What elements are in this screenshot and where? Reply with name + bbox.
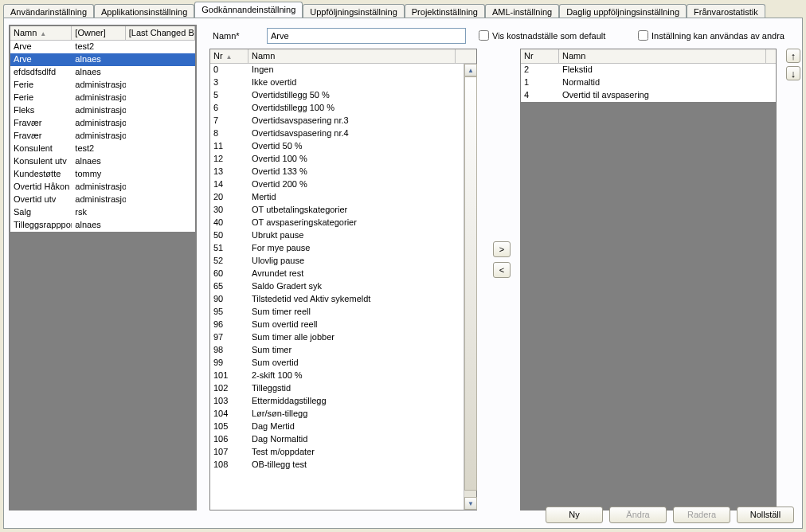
- table-row[interactable]: Salgrsk: [10, 206, 195, 219]
- cell: Sum timer alle jobber: [248, 331, 456, 344]
- table-row[interactable]: Konsulenttest2: [10, 143, 195, 155]
- radera-button[interactable]: Radera: [673, 507, 730, 523]
- tab-godk-nnandeinst-llning[interactable]: Godkännandeinställning: [194, 2, 303, 18]
- scroll-up-icon[interactable]: ▲: [464, 64, 477, 76]
- table-row[interactable]: 104Lør/søn-tillegg: [210, 408, 476, 421]
- table-row[interactable]: 103Ettermiddagstillegg: [210, 395, 476, 408]
- scroll-thumb[interactable]: [464, 76, 477, 491]
- column-header[interactable]: [Owner]: [72, 26, 125, 41]
- table-row[interactable]: 3Ikke overtid: [210, 76, 476, 89]
- tab-daglig-uppf-ljningsinst-llning[interactable]: Daglig uppföljningsinställning: [559, 4, 687, 18]
- column-header[interactable]: Nr: [521, 49, 559, 64]
- tab-fr-nvarostatistik[interactable]: Frånvarostatistik: [687, 4, 765, 18]
- tab-uppf-ljningsinst-llning[interactable]: Uppföljningsinställning: [303, 4, 404, 18]
- cell: Overtid utv: [10, 194, 72, 206]
- cell: efdsdfsdlfd: [10, 66, 72, 79]
- table-row[interactable]: 60Avrundet rest: [210, 268, 476, 280]
- cell: administrasjon: [72, 104, 125, 117]
- table-row[interactable]: Arvealnaes: [10, 53, 195, 66]
- move-up-button[interactable]: ↑: [786, 49, 800, 63]
- table-row[interactable]: 7Overtidsavspasering nr.3: [210, 115, 476, 127]
- table-row[interactable]: Arvetest2: [10, 41, 195, 53]
- cell: 105: [210, 421, 248, 433]
- cell: Sum overtid reell: [248, 319, 456, 331]
- andra-button[interactable]: Ändra: [609, 507, 667, 523]
- table-row[interactable]: Ferieadministrasjon: [10, 79, 195, 92]
- table-row[interactable]: 11Overtid 50 %: [210, 140, 476, 153]
- table-row[interactable]: 13Overtid 133 %: [210, 166, 476, 178]
- scroll-down-icon[interactable]: ▼: [464, 497, 477, 510]
- table-row[interactable]: 40OT avspaseringskategorier: [210, 217, 476, 229]
- table-row[interactable]: 97Sum timer alle jobber: [210, 331, 476, 344]
- table-row[interactable]: 105Dag Mertid: [210, 421, 476, 433]
- column-header[interactable]: Namn: [248, 49, 456, 64]
- table-row[interactable]: Fraværadministrasjon: [10, 117, 195, 130]
- table-row[interactable]: 98Sum timer: [210, 344, 476, 357]
- table-row[interactable]: efdsdfsdlfdalnaes: [10, 66, 195, 79]
- table-row[interactable]: 6Overtidstillegg 100 %: [210, 102, 476, 115]
- table-row[interactable]: 30OT utbetalingskategorier: [210, 204, 476, 217]
- available-list[interactable]: Nr▲Namn0Ingen3Ikke overtid5Overtidstille…: [209, 49, 477, 510]
- table-row[interactable]: 4Overtid til avspasering: [521, 89, 776, 102]
- grid-header[interactable]: NrNamn: [521, 49, 776, 64]
- table-row[interactable]: 107Test m/oppdater: [210, 446, 476, 459]
- column-header[interactable]: Nr▲: [210, 49, 248, 64]
- table-row[interactable]: Fleksadministrasjon: [10, 104, 195, 117]
- table-row[interactable]: Overtid utvadministrasjon: [10, 194, 195, 206]
- table-row[interactable]: 52Ulovlig pause: [210, 255, 476, 268]
- table-row[interactable]: 14Overtid 200 %: [210, 178, 476, 191]
- grid-header[interactable]: Nr▲Namn: [210, 49, 476, 64]
- table-row[interactable]: 90Tilstedetid ved Aktiv sykemeldt: [210, 293, 476, 306]
- column-header[interactable]: [Last Changed B: [126, 26, 195, 41]
- table-row[interactable]: 12Overtid 100 %: [210, 153, 476, 166]
- table-row[interactable]: 2Flekstid: [521, 64, 776, 76]
- table-row[interactable]: 0Ingen: [210, 64, 476, 76]
- checkbox-anvandas-andra[interactable]: Inställning kan användas av andra: [638, 30, 784, 41]
- nollstall-button[interactable]: Nollställ: [737, 507, 794, 523]
- table-row[interactable]: Fraværadministrasjon: [10, 130, 195, 143]
- table-row[interactable]: 51For mye pause: [210, 242, 476, 255]
- table-row[interactable]: 50Ubrukt pause: [210, 229, 476, 242]
- checkbox-anvandas-andra-box[interactable]: [638, 30, 648, 41]
- cell: 40: [210, 217, 248, 229]
- namn-input[interactable]: [267, 28, 466, 44]
- move-down-button[interactable]: ↓: [786, 66, 800, 80]
- cell: Konsulent utv: [10, 155, 72, 168]
- selected-list[interactable]: NrNamn2Flekstid1Normaltid4Overtid til av…: [521, 49, 776, 102]
- table-row[interactable]: 99Sum overtid: [210, 357, 476, 370]
- left-grid[interactable]: Namn▲[Owner][Last Changed BArvetest2Arve…: [10, 25, 196, 233]
- table-row[interactable]: 102Tilleggstid: [210, 382, 476, 395]
- tab-anv-ndarinst-llning[interactable]: Användarinställning: [3, 4, 94, 18]
- cell: Mertid: [248, 191, 456, 204]
- table-row[interactable]: 108OB-tillegg test: [210, 459, 476, 471]
- cell: Flekstid: [559, 64, 766, 76]
- tab-aml-inst-llning[interactable]: AML-inställning: [485, 4, 559, 18]
- table-row[interactable]: 106Dag Normaltid: [210, 433, 476, 446]
- ny-button[interactable]: Ny: [546, 507, 603, 523]
- table-row[interactable]: Konsulent utvalnaes: [10, 155, 195, 168]
- column-header[interactable]: Namn: [559, 49, 766, 64]
- checkbox-vis-kostnadstalle[interactable]: Vis kostnadställe som default: [479, 30, 605, 41]
- move-left-button[interactable]: <: [493, 262, 511, 278]
- table-row[interactable]: 5Overtidstillegg 50 %: [210, 89, 476, 102]
- tab-projektinst-llning[interactable]: Projektinställning: [405, 4, 485, 18]
- table-row[interactable]: 1Normaltid: [521, 76, 776, 89]
- checkbox-vis-kostnadstalle-box[interactable]: [479, 30, 489, 41]
- tab-applikationsinst-llning[interactable]: Applikationsinställning: [94, 4, 194, 18]
- table-row[interactable]: 95Sum timer reell: [210, 306, 476, 319]
- table-row[interactable]: Kundestøttetommy: [10, 168, 195, 181]
- table-row[interactable]: 65Saldo Gradert syk: [210, 280, 476, 293]
- grid-header[interactable]: Namn▲[Owner][Last Changed B: [10, 26, 195, 41]
- table-row[interactable]: Tilleggsrappportalnaes: [10, 219, 195, 232]
- cell: 7: [210, 115, 248, 127]
- table-row[interactable]: Ferieadministrasjon: [10, 92, 195, 104]
- column-header[interactable]: Namn▲: [10, 26, 72, 41]
- table-row[interactable]: 20Mertid: [210, 191, 476, 204]
- available-list-scrollbar[interactable]: ▲ ▼: [464, 64, 476, 510]
- move-right-button[interactable]: >: [493, 241, 511, 257]
- table-row[interactable]: 8Overtidsavspasering nr.4: [210, 127, 476, 140]
- table-row[interactable]: Overtid Håkonadministrasjon: [10, 181, 195, 194]
- cell: alnaes: [72, 53, 125, 66]
- table-row[interactable]: 1012-skift 100 %: [210, 370, 476, 382]
- table-row[interactable]: 96Sum overtid reell: [210, 319, 476, 331]
